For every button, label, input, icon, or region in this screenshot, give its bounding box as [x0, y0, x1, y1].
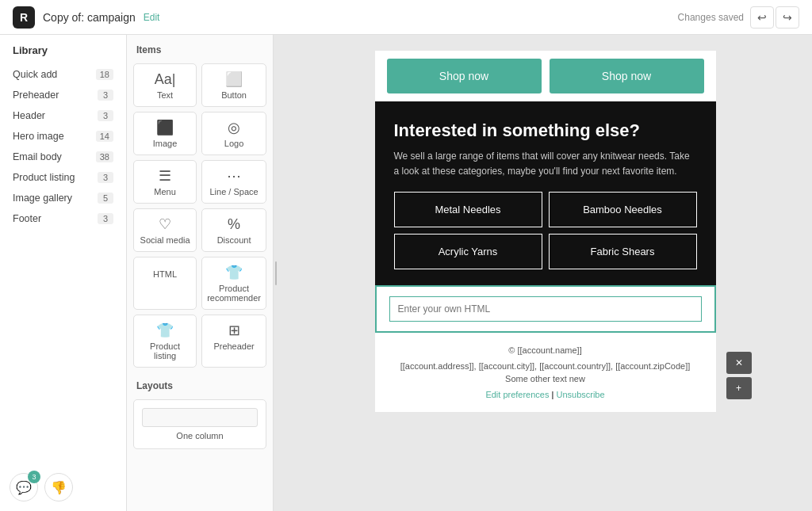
product-button-bamboo-needles[interactable]: Bamboo Needles: [549, 192, 697, 227]
item-label: Product recommender: [207, 284, 261, 303]
interested-title: Interested in something else?: [394, 120, 697, 141]
item-label: Preheader: [213, 341, 254, 351]
shop-now-button-2[interactable]: Shop now: [550, 59, 704, 93]
sidebar-item-label: Header: [13, 110, 45, 121]
html-input[interactable]: [389, 296, 702, 322]
layouts-title: Layouts: [133, 380, 266, 391]
panel-divider: [274, 35, 278, 511]
item-label: Button: [221, 90, 247, 100]
layout-card-one-column[interactable]: One column: [133, 399, 266, 449]
item-icon: ☰: [159, 169, 171, 183]
sidebar-item-header[interactable]: Header3: [0, 105, 126, 126]
interested-section: Interested in something else? We sell a …: [375, 101, 716, 285]
item-label: Image: [153, 139, 178, 148]
interested-desc: We sell a large range of items that will…: [394, 149, 697, 179]
sidebar-item-product-listing[interactable]: Product listing3: [0, 167, 126, 188]
item-card-product-listing[interactable]: 👕Product listing: [133, 315, 197, 368]
sidebar-title: Library: [0, 44, 126, 64]
chat-badge: 3: [28, 471, 40, 483]
canvas-area: Shop now Shop now Interested in somethin…: [278, 35, 812, 511]
delete-block-button[interactable]: ✕: [726, 352, 752, 374]
item-card-discount[interactable]: %Discount: [201, 208, 266, 252]
sidebar-item-quick-add[interactable]: Quick add18: [0, 64, 126, 85]
sidebar-item-label: Product listing: [13, 172, 75, 183]
sidebar-item-badge: 38: [96, 151, 113, 162]
product-button-metal-needles[interactable]: Metal Needles: [394, 192, 542, 227]
footer-extra: Some other text new: [388, 374, 703, 383]
sidebar-item-label: Email body: [13, 151, 62, 162]
item-icon: ⬛: [156, 120, 174, 135]
item-card-button[interactable]: ⬜Button: [201, 63, 266, 107]
item-card-preheader[interactable]: ⊞Preheader: [201, 315, 266, 368]
main-layout: Library Quick add18Preheader3Header3Hero…: [0, 35, 812, 511]
items-grid: Aa|Text⬜Button⬛Image◎Logo☰Menu⋯Line / Sp…: [133, 63, 266, 368]
html-block: [375, 285, 716, 333]
item-card-social-media[interactable]: ♡Social media: [133, 208, 197, 252]
topbar: R Copy of: campaign Edit Changes saved ↩…: [0, 0, 812, 35]
sidebar-item-label: Hero image: [13, 131, 64, 142]
unsubscribe-link[interactable]: Unsubscribe: [556, 390, 604, 399]
footer-links: Edit preferences | Unsubscribe: [388, 390, 703, 399]
item-label: Discount: [217, 235, 251, 245]
campaign-title: Copy of: campaign: [43, 11, 136, 24]
item-card-text[interactable]: Aa|Text: [133, 63, 197, 107]
item-label: Product listing: [139, 341, 191, 360]
items-panel: Items Aa|Text⬜Button⬛Image◎Logo☰Menu⋯Lin…: [127, 35, 274, 511]
add-block-button[interactable]: +: [726, 377, 752, 399]
footer-block: © [[account.name]] [[account.address]], …: [375, 333, 716, 412]
item-label: HTML: [153, 269, 177, 279]
item-icon: ⋯: [227, 169, 241, 183]
app-logo: R: [13, 6, 35, 29]
item-card-line-space[interactable]: ⋯Line / Space: [201, 160, 266, 204]
edit-link[interactable]: Edit: [144, 12, 160, 23]
sidebar-item-label: Image gallery: [13, 193, 72, 204]
shop-now-row: Shop now Shop now: [375, 51, 716, 101]
item-icon: Aa|: [155, 72, 176, 86]
sidebar-item-email-body[interactable]: Email body38: [0, 147, 126, 167]
redo-button[interactable]: ↪: [776, 6, 799, 29]
item-card-html[interactable]: HTML: [133, 257, 197, 310]
edit-preferences-link[interactable]: Edit preferences: [485, 390, 549, 399]
sidebar-item-image-gallery[interactable]: Image gallery5: [0, 188, 126, 208]
item-label: Line / Space: [209, 187, 258, 196]
footer-address: [[account.address]], [[account.city]], […: [388, 361, 703, 371]
sidebar-item-badge: 3: [98, 90, 113, 101]
sidebar-item-footer[interactable]: Footer3: [0, 208, 126, 229]
item-card-product-recommender[interactable]: 👕Product recommender: [201, 257, 266, 310]
email-canvas: Shop now Shop now Interested in somethin…: [375, 51, 716, 412]
chat-button[interactable]: 💬 3: [10, 473, 38, 501]
item-card-menu[interactable]: ☰Menu: [133, 160, 197, 204]
sidebar-item-badge: 3: [98, 110, 113, 121]
feedback-button[interactable]: 👎: [44, 473, 73, 501]
item-label: Logo: [224, 139, 243, 148]
shop-now-button-1[interactable]: Shop now: [387, 59, 542, 93]
item-card-image[interactable]: ⬛Image: [133, 112, 197, 155]
sidebar-item-badge: 14: [96, 131, 113, 142]
item-icon: %: [228, 217, 240, 231]
sidebar-item-preheader[interactable]: Preheader3: [0, 85, 126, 105]
undo-redo-group: ↩ ↪: [750, 6, 799, 29]
item-label: Menu: [154, 187, 176, 196]
product-grid: Metal NeedlesBamboo NeedlesAcrylic Yarns…: [394, 192, 697, 269]
sidebar-item-badge: 3: [98, 213, 113, 224]
sidebar-item-hero-image[interactable]: Hero image14: [0, 126, 126, 147]
item-label: Social media: [140, 235, 190, 245]
right-tools: ✕ +: [726, 352, 752, 399]
item-label: Text: [157, 90, 173, 100]
item-card-logo[interactable]: ◎Logo: [201, 112, 266, 155]
undo-button[interactable]: ↩: [750, 6, 774, 29]
product-button-fabric-shears[interactable]: Fabric Shears: [549, 234, 697, 269]
topbar-right: Changes saved ↩ ↪: [678, 6, 799, 29]
items-panel-title: Items: [133, 44, 266, 55]
sidebar-item-label: Footer: [13, 213, 41, 224]
item-icon: ♡: [159, 217, 171, 231]
thumb-icon: 👎: [51, 480, 67, 495]
item-icon: ⬜: [225, 72, 243, 86]
bottom-bar: 💬 3 👎: [10, 473, 73, 501]
item-icon: ⊞: [228, 323, 240, 337]
sidebar-item-badge: 3: [98, 172, 113, 183]
product-button-acrylic-yarns[interactable]: Acrylic Yarns: [394, 234, 542, 269]
footer-copyright: © [[account.name]]: [388, 345, 703, 355]
item-icon: 👕: [225, 265, 243, 280]
layout-label: One column: [142, 431, 258, 440]
